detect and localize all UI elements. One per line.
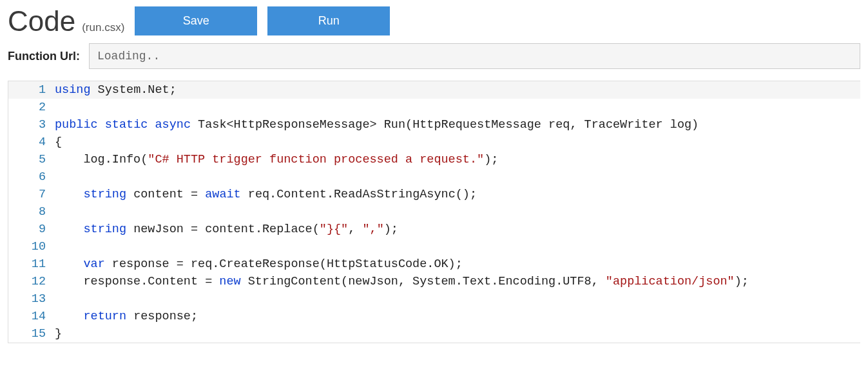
line-number: 3 [8,116,55,134]
code-content[interactable]: var response = req.CreateResponse(HttpSt… [55,255,860,273]
code-content[interactable]: string newJson = content.Replace("}{", "… [55,221,860,238]
run-button[interactable]: Run [267,6,390,35]
line-number: 11 [8,255,55,273]
code-line[interactable]: 3public static async Task<HttpResponseMe… [8,116,860,134]
code-content[interactable] [55,290,860,308]
line-number: 7 [8,186,55,203]
code-content[interactable]: response.Content = new StringContent(new… [55,273,860,290]
code-line[interactable]: 4{ [8,134,860,151]
line-number: 5 [8,151,55,168]
code-content[interactable]: { [55,134,860,151]
code-line[interactable]: 14 return response; [8,308,860,325]
line-number: 12 [8,273,55,290]
save-button[interactable]: Save [135,6,257,35]
line-number: 14 [8,308,55,325]
function-url-input[interactable] [89,43,860,69]
code-line[interactable]: 5 log.Info("C# HTTP trigger function pro… [8,151,860,168]
code-line[interactable]: 9 string newJson = content.Replace("}{",… [8,221,860,238]
code-line[interactable]: 2 [8,99,860,116]
line-number: 2 [8,99,55,116]
code-line[interactable]: 7 string content = await req.Content.Rea… [8,186,860,203]
code-content[interactable] [55,203,860,221]
line-number: 8 [8,203,55,221]
code-line[interactable]: 13 [8,290,860,308]
line-number: 13 [8,290,55,308]
line-number: 1 [8,81,55,99]
header-bar: Code (run.csx) Save Run [8,6,860,35]
code-line[interactable]: 1using System.Net; [8,81,860,99]
code-content[interactable] [55,99,860,116]
code-line[interactable]: 15} [8,325,860,343]
code-content[interactable]: public static async Task<HttpResponseMes… [55,116,860,134]
code-content[interactable]: } [55,325,860,343]
code-line[interactable]: 10 [8,238,860,255]
code-content[interactable]: log.Info("C# HTTP trigger function proce… [55,151,860,168]
function-url-label: Function Url: [8,50,80,63]
line-number: 15 [8,325,55,343]
line-number: 10 [8,238,55,255]
page-title: Code [8,7,75,35]
code-content[interactable]: using System.Net; [55,81,860,99]
line-number: 6 [8,168,55,186]
function-url-row: Function Url: [8,43,860,69]
code-line[interactable]: 8 [8,203,860,221]
code-content[interactable]: string content = await req.Content.ReadA… [55,186,860,203]
line-number: 4 [8,134,55,151]
code-content[interactable] [55,168,860,186]
code-line[interactable]: 6 [8,168,860,186]
code-line[interactable]: 11 var response = req.CreateResponse(Htt… [8,255,860,273]
page-subtitle: (run.csx) [82,21,124,34]
code-line[interactable]: 12 response.Content = new StringContent(… [8,273,860,290]
code-content[interactable]: return response; [55,308,860,325]
line-number: 9 [8,221,55,238]
code-editor[interactable]: 1using System.Net;23public static async … [8,81,860,343]
code-content[interactable] [55,238,860,255]
